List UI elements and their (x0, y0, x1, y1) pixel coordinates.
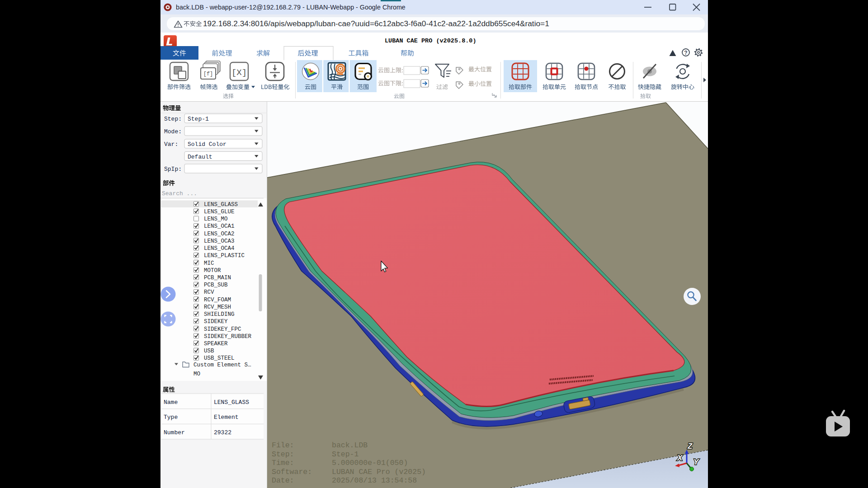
svg-text:LENS_OCA1: LENS_OCA1 (204, 223, 235, 230)
svg-text:LENS_OCA4: LENS_OCA4 (204, 245, 235, 252)
svg-text:Software:: Software: (272, 468, 312, 476)
svg-text:SpIp:: SpIp: (164, 166, 182, 173)
svg-text:LENS_OCA3: LENS_OCA3 (204, 238, 235, 244)
svg-text:SIDEKEY: SIDEKEY (204, 319, 228, 325)
svg-text:File:: File: (272, 441, 294, 450)
svg-text:Mode:: Mode: (164, 128, 182, 135)
svg-text:[f]: [f] (203, 71, 213, 77)
svg-text:Step-1: Step-1 (332, 450, 359, 459)
svg-text:Step:: Step: (164, 116, 182, 122)
svg-text:RCV_FOAM: RCV_FOAM (204, 297, 231, 303)
svg-text:LUBAN CAE PRO (v2025.8.0): LUBAN CAE PRO (v2025.8.0) (385, 38, 476, 44)
svg-text:5.000000e-01(050): 5.000000e-01(050) (332, 459, 408, 467)
svg-text:Default: Default (188, 154, 212, 160)
svg-text:?: ? (684, 50, 687, 56)
svg-text:LENS_PLASTIC: LENS_PLASTIC (204, 253, 245, 259)
svg-text:Var:: Var: (164, 141, 178, 148)
svg-text:Number: Number (164, 429, 185, 436)
svg-text:2025/08/13 13:54:58: 2025/08/13 13:54:58 (332, 476, 417, 485)
svg-text:[X]: [X] (231, 68, 247, 78)
svg-text:29322: 29322 (214, 429, 231, 436)
svg-text:Z: Z (687, 442, 693, 450)
svg-text:Search ...: Search ... (162, 190, 197, 197)
svg-text:Custom Element S…: Custom Element S… (193, 362, 251, 368)
svg-text:SIDEKEY_FPC: SIDEKEY_FPC (204, 326, 241, 333)
svg-text:LENS_GLASS: LENS_GLASS (214, 399, 249, 406)
svg-text:MOTOR: MOTOR (204, 267, 221, 274)
svg-text:Element: Element (214, 414, 239, 421)
svg-text:RCV: RCV (204, 289, 214, 296)
svg-text:LENS_GLUE: LENS_GLUE (204, 209, 235, 215)
svg-text:Step-1: Step-1 (188, 116, 209, 122)
svg-text:Solid Color: Solid Color (188, 141, 226, 148)
svg-text:Time:: Time: (272, 459, 294, 467)
svg-text:back.LDB - webapp-user-12@192.: back.LDB - webapp-user-12@192.168.2.79 -… (176, 4, 406, 11)
svg-text:SPEAKER: SPEAKER (204, 341, 228, 347)
svg-text:PCB_SUB: PCB_SUB (204, 282, 228, 288)
svg-text:Y: Y (693, 458, 699, 466)
svg-text:SIDEKEY_RUBBER: SIDEKEY_RUBBER (204, 333, 252, 340)
svg-text:Date:: Date: (272, 476, 294, 485)
svg-text:LENS_GLASS: LENS_GLASS (204, 202, 238, 208)
svg-text:MO: MO (193, 371, 200, 377)
svg-text:LENS_OCA2: LENS_OCA2 (204, 231, 235, 237)
svg-text:Name: Name (164, 399, 178, 406)
svg-text:MIC: MIC (204, 260, 214, 267)
svg-text:back.LDB: back.LDB (332, 441, 368, 450)
svg-text:PCB_MAIN: PCB_MAIN (204, 275, 231, 281)
svg-text:LENS_MO: LENS_MO (204, 216, 228, 222)
svg-text:USB: USB (204, 348, 214, 354)
svg-text:Type: Type (164, 414, 178, 421)
svg-text:192.168.2.34:8016/apis/webapp/: 192.168.2.34:8016/apis/webapp/luban-cae?… (203, 19, 549, 28)
svg-text:RCV_MESH: RCV_MESH (204, 304, 231, 310)
svg-text:X: X (677, 454, 683, 462)
svg-text:SHIELDING: SHIELDING (204, 311, 235, 318)
svg-text:LUBAN CAE Pro (v2025): LUBAN CAE Pro (v2025) (332, 468, 426, 476)
svg-text:Step:: Step: (272, 450, 294, 459)
svg-text:USB_STEEL: USB_STEEL (204, 355, 235, 361)
